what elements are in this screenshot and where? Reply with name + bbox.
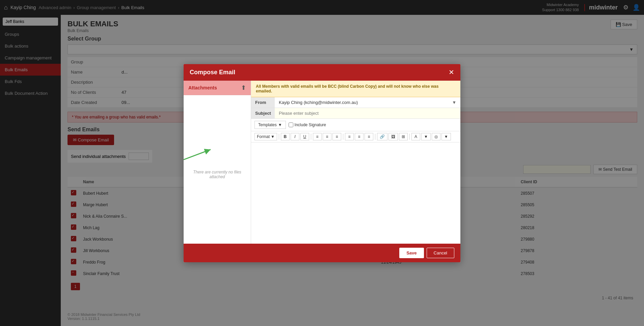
modal-overlay: Compose Email ✕ Attachments ⬆ (0, 0, 644, 326)
templates-label: Templates (258, 123, 277, 127)
modal-save-button[interactable]: Save (399, 248, 424, 258)
modal-body: Attachments ⬆ (184, 81, 460, 244)
modal-cancel-button[interactable]: Cancel (427, 248, 454, 258)
from-value: Kayip Ching (kching@midwinter.com.au) ▼ (275, 97, 460, 108)
include-signature-label: Include Signature (295, 123, 326, 127)
from-label: From (251, 97, 275, 108)
subject-row: Subject (251, 108, 460, 119)
upload-icon[interactable]: ⬆ (241, 84, 246, 91)
bold-button[interactable]: B (281, 133, 290, 140)
format-select[interactable]: Format ▼ (254, 133, 277, 140)
no-files-text: There are currently no files attached (190, 170, 244, 179)
link-button[interactable]: 🔗 (377, 133, 387, 140)
font-color-button[interactable]: A (411, 133, 420, 140)
image-button[interactable]: 🖼 (388, 133, 398, 140)
align-left-button[interactable]: ≡ (313, 133, 322, 140)
toolbar-divider-4 (375, 134, 375, 140)
templates-dropdown-icon: ▼ (278, 123, 282, 127)
include-signature-checkbox[interactable] (289, 123, 293, 127)
highlight-dropdown[interactable]: ▼ (441, 133, 451, 140)
include-signature-wrap: Include Signature (289, 123, 326, 127)
templates-toolbar-row: Templates ▼ Include Signature (251, 119, 460, 131)
modal-header: Compose Email ✕ (184, 64, 460, 81)
compose-panel: All Members with valid emails will be BC… (251, 81, 460, 244)
highlight-button[interactable]: ◎ (432, 133, 440, 140)
arrow-svg (184, 146, 221, 166)
modal-close-button[interactable]: ✕ (449, 69, 454, 76)
unordered-list-button[interactable]: ≡ (345, 133, 354, 140)
toolbar-divider (279, 134, 279, 140)
italic-button[interactable]: I (291, 133, 299, 140)
font-color-dropdown[interactable]: ▼ (421, 133, 431, 140)
subject-label: Subject (251, 108, 275, 118)
format-dropdown-icon: ▼ (271, 134, 275, 139)
indent-button[interactable]: ≡ (365, 133, 373, 140)
from-dropdown-icon[interactable]: ▼ (452, 100, 456, 105)
align-center-button[interactable]: ≡ (323, 133, 331, 140)
attachments-tab: Attachments ⬆ (184, 81, 251, 95)
svg-line-0 (184, 150, 211, 160)
attachments-panel: Attachments ⬆ (184, 81, 251, 244)
table-button[interactable]: ⊞ (399, 133, 408, 140)
toolbar-divider-3 (343, 134, 343, 140)
bcc-notice: All Members with valid emails will be BC… (251, 81, 460, 97)
toolbar-divider-2 (311, 134, 311, 140)
format-label: Format (257, 134, 270, 139)
compose-body[interactable] (251, 142, 460, 244)
ordered-list-button[interactable]: ≡ (355, 133, 364, 140)
format-toolbar: Format ▼ B I U ≡ ≡ ≡ ≡ ≡ ≡ 🔗 (251, 131, 460, 142)
no-files-message: There are currently no files attached (184, 95, 251, 244)
attachments-tab-label[interactable]: Attachments (188, 85, 217, 90)
modal-footer: Save Cancel (184, 244, 460, 262)
from-row: From Kayip Ching (kching@midwinter.com.a… (251, 97, 460, 108)
modal-title: Compose Email (190, 69, 235, 76)
subject-input[interactable] (275, 108, 460, 118)
templates-button[interactable]: Templates ▼ (254, 121, 286, 129)
align-right-button[interactable]: ≡ (332, 133, 341, 140)
from-email: Kayip Ching (kching@midwinter.com.au) (279, 100, 358, 105)
toolbar-divider-5 (409, 134, 410, 140)
underline-button[interactable]: U (300, 133, 309, 140)
compose-email-modal: Compose Email ✕ Attachments ⬆ (184, 64, 460, 262)
